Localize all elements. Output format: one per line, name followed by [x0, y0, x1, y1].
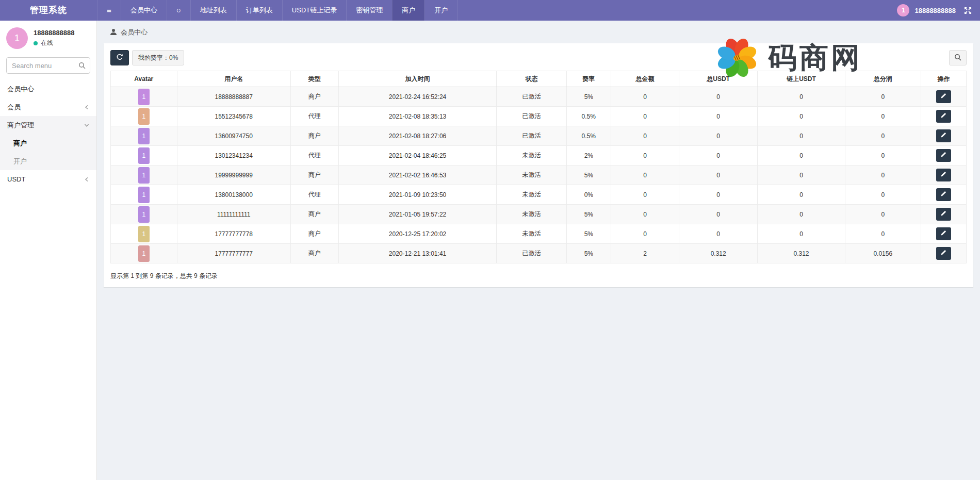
sidebar-avatar: 1 [6, 27, 28, 49]
joined-cell: 2021-02-02 16:46:53 [338, 165, 496, 185]
action-cell [921, 244, 966, 263]
action-cell [921, 165, 966, 185]
table-row: 115512345678代理2021-02-08 18:35:13已激活0.5%… [111, 107, 967, 126]
action-cell [921, 126, 966, 146]
chain_usdt-cell: 0.312 [758, 244, 845, 263]
total_profit-cell: 0 [845, 224, 921, 244]
edit-button[interactable] [936, 110, 951, 123]
total_usdt-cell: 0 [679, 146, 757, 165]
edit-button[interactable] [936, 129, 951, 142]
my-rate-button[interactable]: 我的费率：0% [132, 50, 184, 65]
nav-item-商户[interactable]: 商户 [392, 0, 424, 21]
username-cell: 15512345678 [177, 107, 290, 126]
edit-button[interactable] [936, 227, 951, 240]
joined-cell: 2021-02-08 18:35:13 [338, 107, 496, 126]
nav-hamburger-icon[interactable]: ≡ [97, 0, 121, 21]
sidebar-item-label: 会员中心 [7, 85, 89, 94]
sidebar-group: USDT [0, 170, 96, 188]
sidebar-subitem-开户[interactable]: 开户 [0, 152, 96, 170]
chain_usdt-cell: 0 [758, 87, 845, 107]
type-cell: 商户 [290, 244, 338, 263]
chevron-left-icon [84, 177, 89, 182]
joined-cell: 2021-02-04 18:46:25 [338, 146, 496, 165]
sidebar-user-panel: 1 18888888888 在线 [0, 21, 96, 54]
pencil-icon [940, 191, 946, 198]
pencil-icon [940, 132, 946, 140]
joined-cell: 2021-01-05 19:57:22 [338, 205, 496, 224]
row-avatar: 1 [138, 147, 150, 164]
search-icon [78, 62, 86, 69]
nav-item-地址列表[interactable]: 地址列表 [190, 0, 236, 21]
table-search-button[interactable] [949, 50, 967, 65]
refresh-button[interactable] [110, 50, 129, 65]
total_profit-cell: 0 [845, 126, 921, 146]
nav-item-订单列表[interactable]: 订单列表 [236, 0, 282, 21]
row-avatar: 1 [138, 128, 150, 144]
sidebar-search [6, 57, 90, 74]
rate-cell: 0.5% [566, 126, 611, 146]
row-avatar: 1 [138, 226, 150, 242]
table-row: 117777777777商户2020-12-21 13:01:41已激活5%20… [111, 244, 967, 263]
table-row: 119999999999商户2021-02-02 16:46:53未激活5%00… [111, 165, 967, 185]
status-cell: 未激活 [497, 224, 566, 244]
table-row: 111111111111商户2021-01-05 19:57:22未激活5%00… [111, 205, 967, 224]
edit-button[interactable] [936, 208, 951, 221]
sidebar-item-USDT[interactable]: USDT [0, 170, 96, 188]
action-cell [921, 185, 966, 205]
type-cell: 代理 [290, 107, 338, 126]
edit-button[interactable] [936, 90, 951, 103]
col-header-total_amount: 总金额 [611, 71, 679, 87]
col-header-total_usdt: 总USDT [679, 71, 757, 87]
nav-item-USDT链上记录[interactable]: USDT链上记录 [282, 0, 346, 21]
nav-item-密钥管理[interactable]: 密钥管理 [346, 0, 392, 21]
chain_usdt-cell: 0 [758, 205, 845, 224]
fullscreen-icon[interactable] [964, 7, 972, 14]
toolbar: 我的费率：0% [110, 50, 967, 65]
sidebar-user-name: 18888888888 [34, 29, 75, 37]
nav-circle-icon[interactable]: ○ [167, 0, 190, 21]
type-cell: 商户 [290, 126, 338, 146]
sidebar-subitem-商户[interactable]: 商户 [0, 134, 96, 152]
edit-button[interactable] [936, 149, 951, 162]
nav-item-开户[interactable]: 开户 [424, 0, 458, 21]
merchant-table: Avatar用户名类型加入时间状态费率总金额总USDT链上USDT总分润操作 1… [110, 71, 967, 263]
chain_usdt-cell: 0 [758, 146, 845, 165]
avatar-cell: 1 [111, 205, 177, 224]
user-avatar[interactable]: 1 [897, 4, 909, 16]
app-title: 管理系统 [0, 0, 97, 21]
sidebar-group: 商户管理商户开户 [0, 116, 96, 170]
status-cell: 已激活 [497, 107, 566, 126]
pencil-icon [940, 93, 946, 101]
online-dot-icon [34, 41, 38, 45]
pencil-icon [940, 112, 946, 120]
type-cell: 代理 [290, 185, 338, 205]
edit-button[interactable] [936, 169, 951, 181]
nav-item-会员中心[interactable]: 会员中心 [121, 0, 167, 21]
type-cell: 商户 [290, 224, 338, 244]
sidebar-item-商户管理[interactable]: 商户管理 [0, 116, 96, 134]
edit-button[interactable] [936, 247, 951, 260]
total_usdt-cell: 0 [679, 224, 757, 244]
col-header-username: 用户名 [177, 71, 290, 87]
sidebar-item-会员中心[interactable]: 会员中心 [0, 80, 96, 98]
sidebar-item-会员[interactable]: 会员 [0, 98, 96, 116]
breadcrumb-label: 会员中心 [121, 28, 148, 37]
total_amount-cell: 0 [611, 165, 679, 185]
row-avatar: 1 [138, 245, 150, 262]
pencil-icon [940, 230, 946, 238]
total_amount-cell: 0 [611, 224, 679, 244]
edit-button[interactable] [936, 188, 951, 201]
sidebar-item-label: USDT [7, 175, 84, 183]
status-cell: 已激活 [497, 244, 566, 263]
total_amount-cell: 0 [611, 107, 679, 126]
chain_usdt-cell: 0 [758, 126, 845, 146]
table-row: 113800138000代理2021-01-09 10:23:50未激活0%00… [111, 185, 967, 205]
total_amount-cell: 0 [611, 126, 679, 146]
top-nav: ≡会员中心○地址列表订单列表USDT链上记录密钥管理商户开户 [97, 0, 458, 21]
search-input[interactable] [6, 57, 90, 74]
online-label: 在线 [41, 39, 53, 47]
type-cell: 代理 [290, 146, 338, 165]
avatar-cell: 1 [111, 165, 177, 185]
total_amount-cell: 0 [611, 87, 679, 107]
user-name[interactable]: 18888888888 [914, 7, 956, 14]
